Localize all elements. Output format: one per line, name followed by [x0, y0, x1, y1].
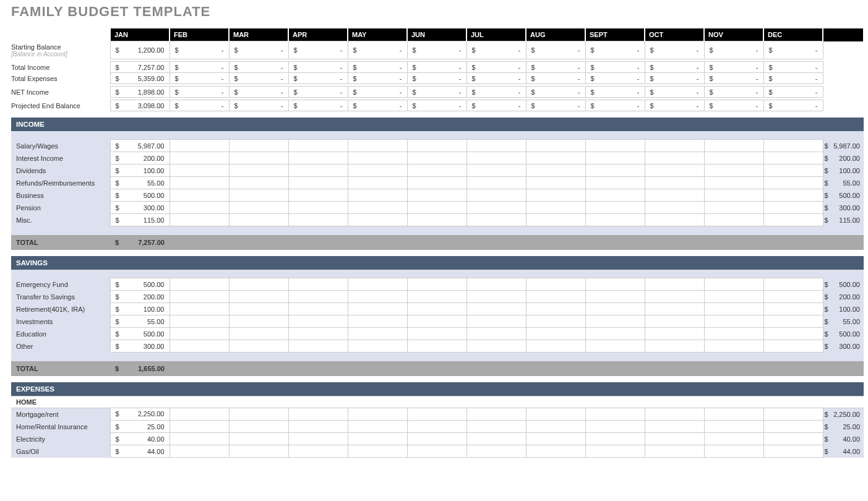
money-cell[interactable]: $- — [763, 87, 823, 98]
month-cell[interactable] — [526, 140, 585, 152]
month-cell[interactable] — [466, 315, 526, 328]
month-cell[interactable] — [407, 291, 466, 303]
month-cell[interactable] — [704, 165, 763, 177]
money-cell[interactable]: $3,098.00 — [110, 100, 170, 111]
money-cell[interactable]: $- — [229, 62, 288, 73]
month-cell[interactable] — [763, 421, 823, 433]
month-cell[interactable] — [348, 177, 407, 189]
month-cell[interactable] — [704, 202, 763, 214]
money-cell[interactable]: $- — [407, 87, 466, 98]
month-cell[interactable] — [585, 328, 645, 340]
month-cell[interactable] — [763, 278, 823, 291]
money-cell[interactable]: $100.00 — [110, 165, 170, 177]
money-cell[interactable]: $- — [170, 41, 229, 59]
money-cell[interactable]: $- — [229, 41, 288, 59]
month-cell[interactable] — [704, 328, 763, 340]
month-cell[interactable] — [348, 152, 407, 165]
month-cell[interactable] — [288, 214, 348, 226]
month-cell[interactable] — [645, 340, 704, 353]
month-cell[interactable] — [585, 165, 645, 177]
month-cell[interactable] — [585, 340, 645, 353]
month-cell[interactable] — [526, 214, 585, 226]
month-cell[interactable] — [348, 408, 407, 421]
month-cell[interactable] — [466, 140, 526, 152]
month-cell[interactable] — [763, 140, 823, 152]
month-cell[interactable] — [645, 140, 704, 152]
month-cell[interactable] — [407, 202, 466, 214]
month-cell[interactable] — [763, 189, 823, 202]
money-cell[interactable]: $- — [348, 87, 407, 98]
month-cell[interactable] — [704, 278, 763, 291]
month-cell[interactable] — [704, 408, 763, 421]
month-cell[interactable] — [288, 328, 348, 340]
month-cell[interactable] — [170, 408, 229, 421]
month-cell[interactable] — [229, 445, 288, 458]
month-cell[interactable] — [585, 291, 645, 303]
money-cell[interactable]: $5,359.00 — [110, 73, 170, 84]
money-cell[interactable]: $- — [348, 41, 407, 59]
money-cell[interactable]: $40.00 — [110, 433, 170, 445]
month-cell[interactable] — [407, 445, 466, 458]
money-cell[interactable]: $- — [466, 41, 526, 59]
month-cell[interactable] — [704, 445, 763, 458]
month-cell[interactable] — [229, 214, 288, 226]
month-cell[interactable] — [526, 315, 585, 328]
month-cell[interactable] — [585, 202, 645, 214]
month-cell[interactable] — [288, 445, 348, 458]
month-cell[interactable] — [704, 140, 763, 152]
month-cell[interactable] — [645, 291, 704, 303]
month-cell[interactable] — [466, 445, 526, 458]
month-cell[interactable] — [645, 445, 704, 458]
month-cell[interactable] — [526, 340, 585, 353]
money-cell[interactable]: $55.00 — [110, 315, 170, 328]
month-cell[interactable] — [229, 421, 288, 433]
money-cell[interactable]: $- — [585, 41, 645, 59]
month-cell[interactable] — [170, 315, 229, 328]
month-cell[interactable] — [348, 291, 407, 303]
month-cell[interactable] — [585, 189, 645, 202]
month-cell[interactable] — [763, 214, 823, 226]
month-cell[interactable] — [645, 189, 704, 202]
money-cell[interactable]: $5,987.00 — [110, 140, 170, 152]
money-cell[interactable]: $- — [704, 62, 763, 73]
month-cell[interactable] — [407, 433, 466, 445]
month-cell[interactable] — [704, 433, 763, 445]
month-cell[interactable] — [288, 177, 348, 189]
month-cell[interactable] — [348, 421, 407, 433]
month-cell[interactable] — [645, 202, 704, 214]
month-cell[interactable] — [466, 278, 526, 291]
money-cell[interactable]: $- — [585, 87, 645, 98]
month-cell[interactable] — [348, 202, 407, 214]
month-cell[interactable] — [288, 278, 348, 291]
money-cell[interactable]: $- — [704, 41, 763, 59]
money-cell[interactable]: $200.00 — [110, 152, 170, 165]
month-cell[interactable] — [466, 303, 526, 315]
month-cell[interactable] — [526, 291, 585, 303]
money-cell[interactable]: $- — [526, 100, 585, 111]
month-cell[interactable] — [763, 433, 823, 445]
month-cell[interactable] — [348, 278, 407, 291]
money-cell[interactable]: $- — [288, 87, 348, 98]
money-cell[interactable]: $55.00 — [110, 177, 170, 189]
money-cell[interactable]: $1,200.00 — [110, 41, 170, 59]
month-cell[interactable] — [348, 315, 407, 328]
month-cell[interactable] — [170, 291, 229, 303]
money-cell[interactable]: $500.00 — [110, 278, 170, 291]
month-cell[interactable] — [585, 408, 645, 421]
money-cell[interactable]: $100.00 — [110, 303, 170, 315]
money-cell[interactable]: $25.00 — [110, 421, 170, 433]
money-cell[interactable]: $7,257.00 — [110, 62, 170, 73]
month-cell[interactable] — [704, 214, 763, 226]
month-cell[interactable] — [526, 421, 585, 433]
month-cell[interactable] — [763, 165, 823, 177]
month-cell[interactable] — [645, 214, 704, 226]
month-cell[interactable] — [526, 328, 585, 340]
money-cell[interactable]: $- — [288, 73, 348, 84]
month-cell[interactable] — [170, 189, 229, 202]
month-cell[interactable] — [407, 140, 466, 152]
money-cell[interactable]: $- — [407, 41, 466, 59]
month-cell[interactable] — [645, 152, 704, 165]
money-cell[interactable]: $500.00 — [110, 328, 170, 340]
month-cell[interactable] — [763, 340, 823, 353]
month-cell[interactable] — [288, 165, 348, 177]
